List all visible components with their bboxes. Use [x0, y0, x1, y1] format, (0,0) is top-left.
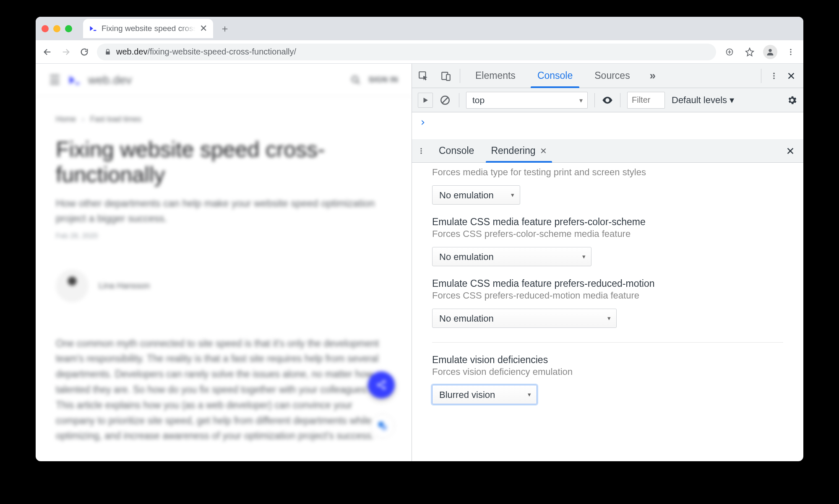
svg-point-8 [383, 380, 386, 383]
rendered-page: ☰ web.dev SIGN IN Home › Fast load times [36, 64, 412, 461]
search-icon[interactable] [351, 75, 361, 85]
svg-point-4 [790, 51, 791, 52]
content-split: ☰ web.dev SIGN IN Home › Fast load times [36, 64, 803, 461]
reload-button[interactable] [78, 47, 90, 57]
new-tab-button[interactable]: ＋ [216, 20, 233, 37]
svg-point-18 [773, 78, 775, 79]
crumb-home[interactable]: Home [56, 115, 76, 124]
url-host: web.dev [116, 47, 148, 57]
browser-window: Fixing website speed cross-fun ✕ ＋ web.d… [36, 17, 803, 461]
console-settings-icon[interactable] [787, 95, 797, 106]
context-select[interactable]: top [466, 92, 588, 109]
color-scheme-title: Emulate CSS media feature prefers-color-… [432, 216, 783, 228]
page-title: Fixing website speed cross-functionally [56, 137, 391, 187]
crumb-section[interactable]: Fast load times [90, 115, 141, 124]
more-tabs-icon[interactable]: » [644, 69, 661, 82]
lock-icon [104, 48, 111, 56]
hamburger-icon[interactable]: ☰ [49, 73, 60, 87]
devtools-panel: Elements Console Sources » top [412, 64, 803, 461]
device-toolbar-icon[interactable] [435, 64, 457, 88]
console-toolbar: top Default levels ▾ [412, 88, 803, 112]
author-avatar [56, 270, 89, 302]
page-subtitle: How other departments can help make your… [56, 196, 383, 226]
breadcrumb: Home › Fast load times [56, 115, 391, 124]
bookmark-star-icon[interactable] [743, 45, 756, 59]
tab-console[interactable]: Console [526, 64, 584, 88]
vision-select[interactable]: Blurred vision [432, 385, 537, 404]
inspect-element-icon[interactable] [412, 64, 435, 88]
window-maximize-button[interactable] [65, 25, 72, 32]
share-fab[interactable] [368, 372, 395, 398]
drawer-tab-console[interactable]: Console [430, 139, 482, 162]
media-type-select[interactable]: No emulation [432, 185, 520, 205]
favicon-icon [89, 24, 97, 33]
svg-point-2 [769, 49, 771, 52]
url-text: web.dev/fixing-website-speed-cross-funct… [116, 47, 296, 57]
section-color-scheme: Emulate CSS media feature prefers-color-… [432, 216, 783, 266]
address-bar: web.dev/fixing-website-speed-cross-funct… [36, 40, 803, 64]
devtools-main-tabs: Elements Console Sources » [412, 64, 803, 88]
page-paragraph: One common myth connected to site speed … [56, 336, 391, 444]
author-block: Lina Hansson [56, 270, 391, 302]
window-controls [42, 25, 72, 32]
section-reduced-motion: Emulate CSS media feature prefers-reduce… [432, 278, 783, 328]
filter-input[interactable] [627, 92, 665, 109]
install-icon[interactable] [723, 45, 736, 59]
svg-point-21 [420, 150, 422, 151]
drawer-tab-rendering[interactable]: Rendering ✕ [482, 139, 555, 162]
drawer-close-icon[interactable] [786, 146, 803, 156]
author-name[interactable]: Lina Hansson [99, 281, 150, 291]
color-scheme-desc: Forces CSS prefers-color-scheme media fe… [432, 229, 783, 239]
tab-title: Fixing website speed cross-fun [102, 24, 195, 33]
svg-rect-12 [382, 425, 387, 430]
signin-link[interactable]: SIGN IN [368, 75, 398, 84]
rendering-panel[interactable]: Forces media type for testing print and … [412, 163, 803, 461]
svg-point-7 [352, 76, 358, 82]
tab-elements[interactable]: Elements [464, 64, 526, 88]
tab-sources[interactable]: Sources [584, 64, 641, 88]
section-vision: Emulate vision deficiencies Forces visio… [432, 354, 783, 404]
kebab-menu-icon[interactable] [784, 45, 797, 59]
svg-point-10 [383, 387, 386, 390]
drawer-tabs: Console Rendering ✕ [412, 139, 803, 163]
page-date: Feb 28, 2020 [56, 232, 391, 240]
log-levels[interactable]: Default levels ▾ [672, 95, 734, 106]
page-header: ☰ web.dev SIGN IN [36, 64, 412, 96]
reduced-motion-desc: Forces CSS prefers-reduced-motion media … [432, 290, 783, 301]
drawer-tab-close-icon[interactable]: ✕ [540, 146, 547, 156]
reduced-motion-title: Emulate CSS media feature prefers-reduce… [432, 278, 783, 289]
tabstrip: Fixing website speed cross-fun ✕ ＋ [36, 17, 803, 40]
svg-point-16 [773, 73, 775, 74]
svg-rect-6 [76, 83, 80, 84]
devtools-close-icon[interactable] [787, 71, 796, 81]
clear-console-icon[interactable] [440, 95, 452, 106]
devtools-kebab-icon[interactable] [770, 70, 778, 81]
site-brand[interactable]: web.dev [88, 73, 132, 87]
svg-point-22 [420, 152, 422, 153]
svg-point-9 [377, 384, 380, 387]
color-scheme-select[interactable]: No emulation [432, 247, 591, 266]
svg-rect-0 [94, 30, 96, 31]
tab-close-icon[interactable]: ✕ [200, 23, 207, 34]
profile-avatar-icon[interactable] [763, 45, 777, 59]
forward-button[interactable] [60, 47, 72, 57]
svg-point-17 [773, 75, 775, 77]
media-type-desc: Forces media type for testing print and … [432, 167, 783, 178]
window-close-button[interactable] [42, 25, 49, 32]
back-button[interactable] [42, 47, 53, 57]
omnibox[interactable]: web.dev/fixing-website-speed-cross-funct… [97, 44, 716, 60]
svg-rect-15 [446, 74, 450, 80]
svg-point-5 [790, 54, 791, 55]
site-logo-icon[interactable] [68, 74, 81, 86]
svg-point-20 [420, 148, 422, 149]
window-minimize-button[interactable] [53, 25, 60, 32]
execute-icon[interactable] [418, 93, 433, 108]
translate-fab[interactable] [370, 414, 395, 438]
drawer-kebab-icon[interactable] [412, 145, 430, 156]
browser-tab[interactable]: Fixing website speed cross-fun ✕ [83, 19, 213, 38]
console-output: › [412, 112, 803, 139]
live-expression-icon[interactable] [602, 94, 613, 106]
url-path: /fixing-website-speed-cross-functionally… [148, 47, 297, 57]
reduced-motion-select[interactable]: No emulation [432, 309, 617, 328]
vision-desc: Forces vision deficiency emulation [432, 366, 783, 377]
